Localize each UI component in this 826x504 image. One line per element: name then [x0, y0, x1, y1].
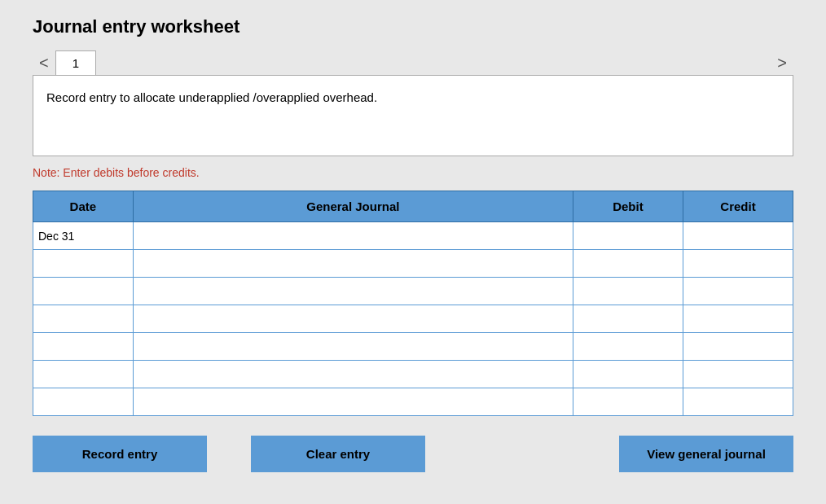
journal-input-5[interactable]: [138, 368, 568, 381]
journal-cell-0[interactable]: [133, 222, 573, 250]
clear-entry-button[interactable]: Clear entry: [251, 436, 425, 472]
table-row: [33, 250, 793, 278]
action-buttons: Record entry Clear entry View general jo…: [33, 436, 793, 472]
col-header-debit: Debit: [573, 191, 683, 222]
tab-1[interactable]: 1: [55, 50, 96, 75]
worksheet-description-box: Record entry to allocate underapplied /o…: [33, 75, 793, 156]
journal-cell-3[interactable]: [133, 305, 573, 333]
credit-input-2[interactable]: [688, 285, 788, 298]
debit-cell-4[interactable]: [573, 333, 683, 361]
table-row: [33, 333, 793, 361]
page-title: Journal entry worksheet: [33, 16, 793, 37]
table-row: [33, 278, 793, 305]
debit-cell-1[interactable]: [573, 250, 683, 278]
credit-cell-1[interactable]: [683, 250, 793, 278]
date-cell-3[interactable]: [33, 305, 134, 333]
note-text: Note: Enter debits before credits.: [33, 166, 793, 179]
worksheet-description: Record entry to allocate underapplied /o…: [46, 90, 377, 104]
journal-input-2[interactable]: [138, 285, 568, 298]
date-cell-4[interactable]: [33, 333, 134, 361]
debit-input-3[interactable]: [578, 313, 678, 326]
journal-input-6[interactable]: [138, 396, 568, 409]
table-row: [33, 361, 793, 388]
journal-input-3[interactable]: [138, 313, 568, 326]
date-cell-5[interactable]: [33, 361, 134, 388]
journal-cell-1[interactable]: [133, 250, 573, 278]
date-input-4[interactable]: [38, 340, 128, 353]
date-input-5[interactable]: [38, 368, 128, 381]
debit-input-6[interactable]: [578, 396, 678, 409]
journal-input-0[interactable]: [138, 230, 568, 243]
tab-navigation: < 1 >: [33, 50, 793, 75]
table-row: [33, 222, 793, 250]
prev-arrow[interactable]: <: [33, 51, 55, 74]
date-cell-2[interactable]: [33, 278, 134, 305]
date-input-6[interactable]: [38, 396, 128, 409]
credit-input-3[interactable]: [688, 313, 788, 326]
credit-input-1[interactable]: [688, 257, 788, 270]
debit-cell-5[interactable]: [573, 361, 683, 388]
view-general-journal-button[interactable]: View general journal: [619, 436, 793, 472]
record-entry-button[interactable]: Record entry: [33, 436, 207, 472]
debit-cell-3[interactable]: [573, 305, 683, 333]
main-container: Journal entry worksheet < 1 > Record ent…: [0, 0, 826, 504]
table-row: [33, 305, 793, 333]
credit-cell-2[interactable]: [683, 278, 793, 305]
credit-cell-3[interactable]: [683, 305, 793, 333]
col-header-date: Date: [33, 191, 134, 222]
credit-input-6[interactable]: [688, 396, 788, 409]
credit-cell-0[interactable]: [683, 222, 793, 250]
date-input-1[interactable]: [38, 257, 128, 270]
table-row: [33, 388, 793, 416]
credit-cell-4[interactable]: [683, 333, 793, 361]
debit-input-2[interactable]: [578, 285, 678, 298]
date-input-2[interactable]: [38, 285, 128, 298]
journal-cell-6[interactable]: [133, 388, 573, 416]
date-cell-1[interactable]: [33, 250, 134, 278]
debit-cell-2[interactable]: [573, 278, 683, 305]
credit-cell-5[interactable]: [683, 361, 793, 388]
debit-input-4[interactable]: [578, 340, 678, 353]
date-input-3[interactable]: [38, 313, 128, 326]
credit-cell-6[interactable]: [683, 388, 793, 416]
debit-input-5[interactable]: [578, 368, 678, 381]
date-cell-0[interactable]: [33, 222, 134, 250]
credit-input-0[interactable]: [688, 230, 788, 243]
credit-input-5[interactable]: [688, 368, 788, 381]
journal-cell-2[interactable]: [133, 278, 573, 305]
date-input-0[interactable]: [38, 230, 128, 243]
col-header-journal: General Journal: [133, 191, 573, 222]
journal-table: Date General Journal Debit Credit: [33, 191, 793, 416]
debit-cell-6[interactable]: [573, 388, 683, 416]
journal-input-4[interactable]: [138, 340, 568, 353]
journal-cell-4[interactable]: [133, 333, 573, 361]
date-cell-6[interactable]: [33, 388, 134, 416]
journal-input-1[interactable]: [138, 257, 568, 270]
col-header-credit: Credit: [683, 191, 793, 222]
debit-cell-0[interactable]: [573, 222, 683, 250]
credit-input-4[interactable]: [688, 340, 788, 353]
debit-input-1[interactable]: [578, 257, 678, 270]
next-arrow[interactable]: >: [771, 51, 793, 74]
debit-input-0[interactable]: [578, 230, 678, 243]
journal-cell-5[interactable]: [133, 361, 573, 388]
